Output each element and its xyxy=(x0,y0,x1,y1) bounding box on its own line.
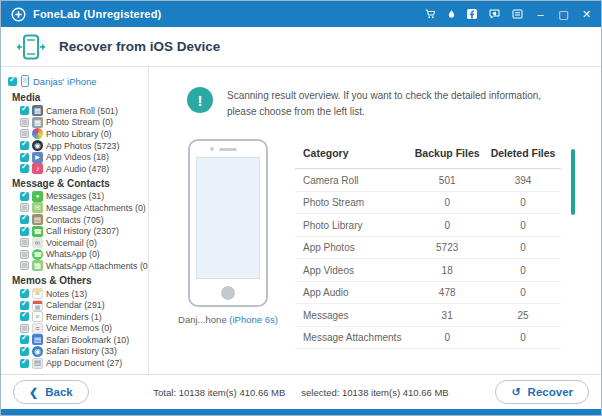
item-checkbox[interactable] xyxy=(20,227,29,236)
item-checkbox[interactable] xyxy=(20,261,29,270)
cell-category: Camera Roll xyxy=(295,175,409,186)
sidebar-item[interactable]: Photo Stream (0) xyxy=(8,117,148,129)
safari-bookmark-icon xyxy=(32,334,43,345)
main-panel: ! Scanning result overview. If you want … xyxy=(149,67,601,374)
recover-button-label: Recover xyxy=(528,386,573,398)
close-button[interactable]: ✕ xyxy=(580,9,593,20)
sidebar-item[interactable]: Contacts (705) xyxy=(8,214,148,226)
item-checkbox[interactable] xyxy=(20,106,29,115)
section-title-media: Media xyxy=(12,92,148,103)
column-category: Category xyxy=(295,147,409,159)
sidebar-item-label: Calendar (291) xyxy=(46,300,105,310)
sidebar-item[interactable]: Camera Roll (501) xyxy=(8,105,148,117)
sidebar-item[interactable]: Call History (2307) xyxy=(8,225,148,237)
item-checkbox[interactable] xyxy=(20,203,29,212)
cell-backup-files: 0 xyxy=(409,197,485,208)
sidebar-item-label: Contacts (705) xyxy=(46,215,104,225)
item-checkbox[interactable] xyxy=(20,129,29,138)
item-checkbox[interactable] xyxy=(20,192,29,201)
feedback-icon[interactable] xyxy=(488,8,501,20)
item-checkbox[interactable] xyxy=(20,141,29,150)
item-checkbox[interactable] xyxy=(20,118,29,127)
sidebar-item[interactable]: Photo Library (0) xyxy=(8,128,148,140)
column-backup-files: Backup Files xyxy=(409,147,485,159)
item-checkbox[interactable] xyxy=(20,312,29,321)
sidebar-item-label: Reminders (1) xyxy=(46,312,102,322)
sidebar-item[interactable]: WhatsApp (0) xyxy=(8,249,148,261)
iphone-icon xyxy=(21,75,29,87)
cell-deleted-files: 0 xyxy=(485,197,561,208)
item-checkbox[interactable] xyxy=(20,359,29,368)
cell-backup-files: 501 xyxy=(409,175,485,186)
sidebar-item[interactable]: App Document (27) xyxy=(8,357,148,369)
sidebar-item-label: Photo Library (0) xyxy=(46,129,112,139)
sidebar-item[interactable]: Safari Bookmark (10) xyxy=(8,334,148,346)
facebook-icon[interactable] xyxy=(466,8,478,20)
sidebar-item[interactable]: Calendar (291) xyxy=(8,299,148,311)
fonelab-logo-icon xyxy=(11,7,26,22)
cell-category: Messages xyxy=(295,310,409,321)
body: Danjas' iPhone Media Camera Roll (501) P… xyxy=(1,67,601,374)
cart-icon[interactable] xyxy=(424,8,437,20)
sidebar-item[interactable]: Notes (13) xyxy=(8,288,148,300)
item-checkbox[interactable] xyxy=(20,324,29,333)
cell-backup-files: 0 xyxy=(409,332,485,343)
sidebar-item[interactable]: App Audio (478) xyxy=(8,163,148,175)
table-row: Photo Stream 0 0 xyxy=(295,192,561,215)
whatsapp-icon xyxy=(32,249,43,260)
sidebar-item[interactable]: Message Attachments (0) xyxy=(8,202,148,214)
back-button-label: Back xyxy=(45,386,73,398)
sidebar-item-label: Photo Stream (0) xyxy=(46,117,113,127)
footer: ❮ Back Total: 10138 item(s) 410.66 MB se… xyxy=(1,374,601,409)
back-chevron-icon: ❮ xyxy=(29,386,38,399)
item-checkbox[interactable] xyxy=(20,347,29,356)
sidebar-item-label: Camera Roll (501) xyxy=(46,106,118,116)
section-title-messages: Message & Contacts xyxy=(12,178,148,189)
item-checkbox[interactable] xyxy=(20,153,29,162)
sidebar-item[interactable]: Safari History (33) xyxy=(8,346,148,358)
sidebar-item[interactable]: Voicemail (0) xyxy=(8,237,148,249)
sidebar: Danjas' iPhone Media Camera Roll (501) P… xyxy=(1,67,149,374)
back-button[interactable]: ❮ Back xyxy=(13,380,89,404)
cell-deleted-files: 0 xyxy=(485,332,561,343)
app-videos-icon xyxy=(32,152,43,163)
sidebar-item[interactable]: Voice Memos (0) xyxy=(8,323,148,335)
table-scrollbar[interactable] xyxy=(571,149,575,215)
sidebar-item[interactable]: Messages (31) xyxy=(8,191,148,203)
menu-icon[interactable] xyxy=(511,8,524,20)
cell-backup-files: 18 xyxy=(409,265,485,276)
result-content: Danj...hone (iPhone 6s) Category Backup … xyxy=(149,119,601,349)
device-checkbox[interactable] xyxy=(8,77,17,86)
item-checkbox[interactable] xyxy=(20,301,29,310)
recover-button[interactable]: ↺ Recover xyxy=(495,380,589,404)
sidebar-item[interactable]: Reminders (1) xyxy=(8,311,148,323)
ink-drop-icon[interactable] xyxy=(447,8,456,20)
item-checkbox[interactable] xyxy=(20,238,29,247)
cell-deleted-files: 0 xyxy=(485,220,561,231)
recover-ios-device-icon xyxy=(15,34,47,60)
table-row: Camera Roll 501 394 xyxy=(295,169,561,192)
item-checkbox[interactable] xyxy=(20,250,29,259)
voice-memos-icon xyxy=(32,323,43,334)
sidebar-item[interactable]: App Photos (5723) xyxy=(8,140,148,152)
sidebar-item[interactable]: App Videos (18) xyxy=(8,151,148,163)
minimize-button[interactable]: – xyxy=(534,9,547,20)
selected-items: selected: 10138 item(s) 410.66 MB xyxy=(301,387,448,398)
item-checkbox[interactable] xyxy=(20,289,29,298)
sidebar-device-row[interactable]: Danjas' iPhone xyxy=(8,73,148,89)
bottom-accent-strip xyxy=(1,409,601,415)
info-exclamation-icon: ! xyxy=(187,87,213,113)
sidebar-item[interactable]: WhatsApp Attachments (0) xyxy=(8,260,148,272)
device-model: (iPhone 6s) xyxy=(229,314,278,325)
sidebar-item-label: App Videos (18) xyxy=(46,152,109,162)
app-audio-icon xyxy=(32,163,43,174)
item-checkbox[interactable] xyxy=(20,335,29,344)
item-checkbox[interactable] xyxy=(20,215,29,224)
cell-deleted-files: 25 xyxy=(485,310,561,321)
maximize-button[interactable]: ▢ xyxy=(557,9,570,20)
titlebar-actions: – ▢ ✕ xyxy=(424,8,593,20)
item-checkbox[interactable] xyxy=(20,164,29,173)
table-row: Messages 31 25 xyxy=(295,304,561,327)
cell-category: Photo Stream xyxy=(295,197,409,208)
photo-library-icon xyxy=(32,128,43,139)
